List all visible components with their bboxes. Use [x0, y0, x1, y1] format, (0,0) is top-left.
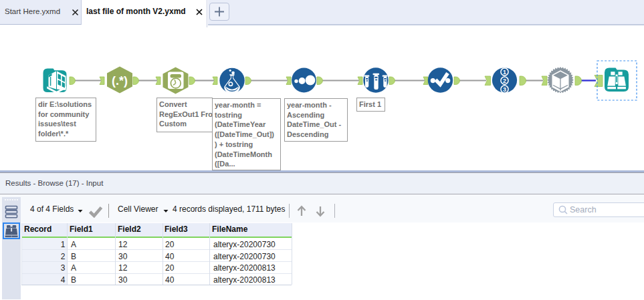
- svg-text:3: 3: [503, 86, 506, 93]
- svg-text:2: 2: [503, 78, 506, 84]
- svg-text:(.*): (.*): [112, 74, 128, 88]
- svg-text:1: 1: [503, 69, 506, 76]
